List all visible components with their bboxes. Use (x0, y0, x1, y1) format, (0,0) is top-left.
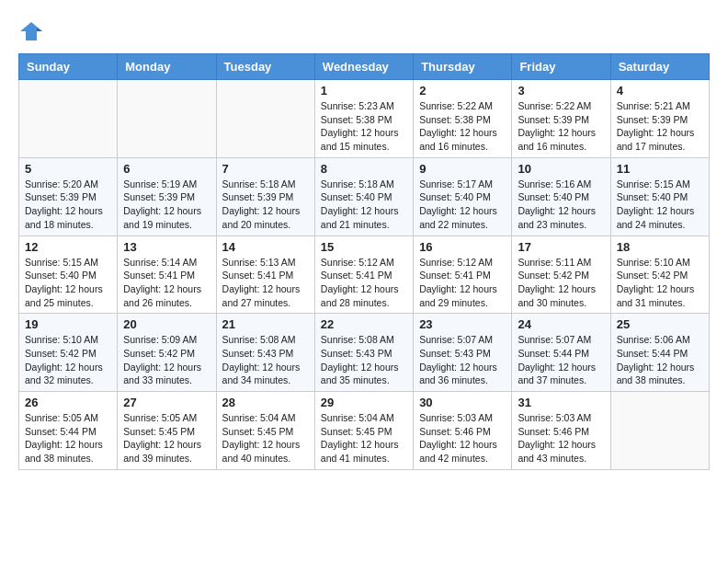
day-number: 5 (25, 162, 111, 176)
day-number: 22 (321, 317, 407, 331)
day-number: 20 (123, 317, 210, 331)
day-info: Sunrise: 5:10 AM Sunset: 5:42 PM Dayligh… (617, 256, 703, 310)
calendar-cell: 6Sunrise: 5:19 AM Sunset: 5:39 PM Daylig… (118, 157, 216, 236)
calendar-cell: 4Sunrise: 5:21 AM Sunset: 5:39 PM Daylig… (610, 80, 709, 158)
calendar-cell (19, 80, 118, 158)
day-number: 24 (518, 317, 604, 331)
calendar-week-1: 1Sunrise: 5:23 AM Sunset: 5:38 PM Daylig… (19, 80, 710, 158)
calendar-cell: 31Sunrise: 5:03 AM Sunset: 5:46 PM Dayli… (512, 392, 610, 470)
calendar-week-4: 19Sunrise: 5:10 AM Sunset: 5:42 PM Dayli… (19, 314, 710, 392)
day-number: 4 (617, 84, 703, 98)
day-number: 25 (617, 317, 703, 331)
day-info: Sunrise: 5:12 AM Sunset: 5:41 PM Dayligh… (419, 256, 506, 310)
day-number: 14 (222, 240, 309, 254)
day-number: 11 (617, 162, 703, 176)
day-info: Sunrise: 5:10 AM Sunset: 5:42 PM Dayligh… (25, 333, 111, 387)
day-info: Sunrise: 5:15 AM Sunset: 5:40 PM Dayligh… (617, 178, 703, 232)
day-info: Sunrise: 5:18 AM Sunset: 5:39 PM Dayligh… (222, 178, 309, 232)
logo-icon (18, 18, 44, 44)
day-number: 30 (419, 396, 506, 409)
calendar-cell: 17Sunrise: 5:11 AM Sunset: 5:42 PM Dayli… (512, 236, 610, 314)
calendar-cell: 12Sunrise: 5:15 AM Sunset: 5:40 PM Dayli… (19, 236, 118, 314)
logo (18, 18, 48, 44)
calendar-cell: 21Sunrise: 5:08 AM Sunset: 5:43 PM Dayli… (216, 314, 314, 392)
calendar-cell (610, 392, 709, 470)
calendar-cell: 8Sunrise: 5:18 AM Sunset: 5:40 PM Daylig… (314, 157, 413, 236)
day-info: Sunrise: 5:22 AM Sunset: 5:38 PM Dayligh… (419, 99, 506, 154)
calendar-cell: 2Sunrise: 5:22 AM Sunset: 5:38 PM Daylig… (414, 80, 512, 158)
calendar-cell: 1Sunrise: 5:23 AM Sunset: 5:38 PM Daylig… (314, 80, 413, 158)
calendar-cell (118, 80, 216, 158)
calendar-cell: 27Sunrise: 5:05 AM Sunset: 5:45 PM Dayli… (118, 392, 216, 470)
day-info: Sunrise: 5:03 AM Sunset: 5:46 PM Dayligh… (419, 411, 506, 465)
day-number: 29 (321, 396, 407, 409)
calendar-cell: 16Sunrise: 5:12 AM Sunset: 5:41 PM Dayli… (414, 236, 512, 314)
day-number: 15 (321, 240, 407, 254)
calendar-week-2: 5Sunrise: 5:20 AM Sunset: 5:39 PM Daylig… (19, 157, 710, 236)
day-info: Sunrise: 5:14 AM Sunset: 5:41 PM Dayligh… (123, 256, 210, 310)
page-header (18, 18, 710, 44)
day-info: Sunrise: 5:09 AM Sunset: 5:42 PM Dayligh… (123, 333, 210, 387)
calendar-cell (216, 80, 314, 158)
day-info: Sunrise: 5:16 AM Sunset: 5:40 PM Dayligh… (518, 178, 604, 232)
day-info: Sunrise: 5:08 AM Sunset: 5:43 PM Dayligh… (321, 333, 407, 387)
header-day-wednesday: Wednesday (314, 54, 413, 80)
day-info: Sunrise: 5:04 AM Sunset: 5:45 PM Dayligh… (222, 411, 309, 465)
calendar-cell: 13Sunrise: 5:14 AM Sunset: 5:41 PM Dayli… (118, 236, 216, 314)
calendar-cell: 20Sunrise: 5:09 AM Sunset: 5:42 PM Dayli… (118, 314, 216, 392)
day-number: 18 (617, 240, 703, 254)
calendar-cell: 26Sunrise: 5:05 AM Sunset: 5:44 PM Dayli… (19, 392, 118, 470)
day-info: Sunrise: 5:07 AM Sunset: 5:43 PM Dayligh… (419, 333, 506, 387)
calendar-cell: 3Sunrise: 5:22 AM Sunset: 5:39 PM Daylig… (512, 80, 610, 158)
day-number: 31 (518, 396, 604, 409)
day-info: Sunrise: 5:17 AM Sunset: 5:40 PM Dayligh… (419, 178, 506, 232)
day-number: 13 (123, 240, 210, 254)
day-number: 8 (321, 162, 407, 176)
calendar-cell: 7Sunrise: 5:18 AM Sunset: 5:39 PM Daylig… (216, 157, 314, 236)
calendar-week-5: 26Sunrise: 5:05 AM Sunset: 5:44 PM Dayli… (19, 392, 710, 470)
day-info: Sunrise: 5:04 AM Sunset: 5:45 PM Dayligh… (321, 411, 407, 465)
calendar-cell: 10Sunrise: 5:16 AM Sunset: 5:40 PM Dayli… (512, 157, 610, 236)
calendar-cell: 5Sunrise: 5:20 AM Sunset: 5:39 PM Daylig… (19, 157, 118, 236)
header-day-saturday: Saturday (610, 54, 709, 80)
day-info: Sunrise: 5:19 AM Sunset: 5:39 PM Dayligh… (123, 178, 210, 232)
day-number: 26 (25, 396, 111, 409)
day-info: Sunrise: 5:15 AM Sunset: 5:40 PM Dayligh… (25, 256, 111, 310)
day-number: 6 (123, 162, 210, 176)
day-number: 10 (518, 162, 604, 176)
day-info: Sunrise: 5:05 AM Sunset: 5:45 PM Dayligh… (123, 411, 210, 465)
day-info: Sunrise: 5:03 AM Sunset: 5:46 PM Dayligh… (518, 411, 604, 465)
calendar-cell: 24Sunrise: 5:07 AM Sunset: 5:44 PM Dayli… (512, 314, 610, 392)
calendar-week-3: 12Sunrise: 5:15 AM Sunset: 5:40 PM Dayli… (19, 236, 710, 314)
calendar-table: SundayMondayTuesdayWednesdayThursdayFrid… (18, 53, 710, 470)
header-day-tuesday: Tuesday (216, 54, 314, 80)
day-info: Sunrise: 5:21 AM Sunset: 5:39 PM Dayligh… (617, 99, 703, 154)
calendar-body: 1Sunrise: 5:23 AM Sunset: 5:38 PM Daylig… (19, 80, 710, 470)
day-number: 9 (419, 162, 506, 176)
calendar-header-row: SundayMondayTuesdayWednesdayThursdayFrid… (19, 54, 710, 80)
day-info: Sunrise: 5:07 AM Sunset: 5:44 PM Dayligh… (518, 333, 604, 387)
day-info: Sunrise: 5:18 AM Sunset: 5:40 PM Dayligh… (321, 178, 407, 232)
calendar-cell: 25Sunrise: 5:06 AM Sunset: 5:44 PM Dayli… (610, 314, 709, 392)
calendar-cell: 29Sunrise: 5:04 AM Sunset: 5:45 PM Dayli… (314, 392, 413, 470)
day-number: 28 (222, 396, 309, 409)
header-day-friday: Friday (512, 54, 610, 80)
day-number: 7 (222, 162, 309, 176)
calendar-cell: 22Sunrise: 5:08 AM Sunset: 5:43 PM Dayli… (314, 314, 413, 392)
day-info: Sunrise: 5:13 AM Sunset: 5:41 PM Dayligh… (222, 256, 309, 310)
calendar-cell: 14Sunrise: 5:13 AM Sunset: 5:41 PM Dayli… (216, 236, 314, 314)
day-number: 27 (123, 396, 210, 409)
header-day-monday: Monday (118, 54, 216, 80)
calendar-cell: 19Sunrise: 5:10 AM Sunset: 5:42 PM Dayli… (19, 314, 118, 392)
day-info: Sunrise: 5:22 AM Sunset: 5:39 PM Dayligh… (518, 99, 604, 154)
day-number: 3 (518, 84, 604, 98)
day-number: 19 (25, 317, 111, 331)
day-number: 12 (25, 240, 111, 254)
day-info: Sunrise: 5:06 AM Sunset: 5:44 PM Dayligh… (617, 333, 703, 387)
header-day-thursday: Thursday (414, 54, 512, 80)
calendar-cell: 30Sunrise: 5:03 AM Sunset: 5:46 PM Dayli… (414, 392, 512, 470)
day-info: Sunrise: 5:05 AM Sunset: 5:44 PM Dayligh… (25, 411, 111, 465)
day-number: 1 (321, 84, 407, 98)
day-number: 16 (419, 240, 506, 254)
day-info: Sunrise: 5:20 AM Sunset: 5:39 PM Dayligh… (25, 178, 111, 232)
